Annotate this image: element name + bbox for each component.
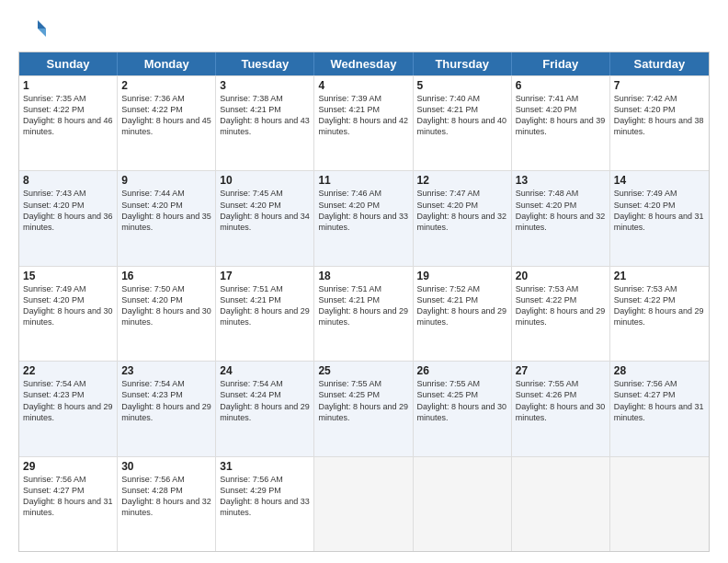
day-number: 19 bbox=[417, 270, 507, 282]
svg-marker-1 bbox=[38, 29, 46, 37]
cell-info: Sunrise: 7:56 AMSunset: 4:27 PMDaylight:… bbox=[23, 474, 113, 519]
cell-info: Sunrise: 7:47 AMSunset: 4:20 PMDaylight:… bbox=[417, 188, 507, 233]
day-number: 31 bbox=[220, 460, 310, 473]
day-number: 1 bbox=[23, 79, 113, 92]
cell-info: Sunrise: 7:41 AMSunset: 4:20 PMDaylight:… bbox=[516, 93, 606, 138]
header-day-sunday: Sunday bbox=[19, 52, 118, 75]
cell-info: Sunrise: 7:56 AMSunset: 4:29 PMDaylight:… bbox=[220, 474, 310, 519]
cell-info: Sunrise: 7:43 AMSunset: 4:20 PMDaylight:… bbox=[23, 188, 113, 233]
cell-info: Sunrise: 7:40 AMSunset: 4:21 PMDaylight:… bbox=[417, 93, 507, 138]
empty-cell bbox=[414, 457, 512, 551]
day-number: 2 bbox=[121, 79, 211, 92]
day-cell-22: 22Sunrise: 7:54 AMSunset: 4:23 PMDayligh… bbox=[19, 362, 118, 455]
day-number: 18 bbox=[318, 270, 408, 282]
header bbox=[18, 15, 710, 42]
day-cell-17: 17Sunrise: 7:51 AMSunset: 4:21 PMDayligh… bbox=[216, 267, 314, 361]
logo bbox=[18, 15, 50, 42]
day-cell-12: 12Sunrise: 7:47 AMSunset: 4:20 PMDayligh… bbox=[414, 171, 512, 265]
day-cell-4: 4Sunrise: 7:39 AMSunset: 4:21 PMDaylight… bbox=[314, 76, 413, 170]
day-number: 17 bbox=[220, 270, 310, 282]
day-number: 15 bbox=[23, 270, 113, 282]
day-number: 26 bbox=[417, 364, 507, 377]
day-cell-31: 31Sunrise: 7:56 AMSunset: 4:29 PMDayligh… bbox=[216, 457, 314, 551]
day-number: 5 bbox=[417, 79, 507, 92]
logo-icon bbox=[18, 15, 46, 42]
header-day-thursday: Thursday bbox=[414, 52, 512, 75]
day-cell-5: 5Sunrise: 7:40 AMSunset: 4:21 PMDaylight… bbox=[414, 76, 512, 170]
calendar-row-3: 15Sunrise: 7:49 AMSunset: 4:20 PMDayligh… bbox=[19, 266, 709, 361]
empty-cell bbox=[610, 457, 709, 551]
day-number: 28 bbox=[614, 364, 705, 377]
day-cell-6: 6Sunrise: 7:41 AMSunset: 4:20 PMDaylight… bbox=[512, 76, 610, 170]
day-cell-8: 8Sunrise: 7:43 AMSunset: 4:20 PMDaylight… bbox=[19, 171, 118, 265]
day-cell-29: 29Sunrise: 7:56 AMSunset: 4:27 PMDayligh… bbox=[19, 457, 118, 551]
cell-info: Sunrise: 7:44 AMSunset: 4:20 PMDaylight:… bbox=[121, 188, 211, 233]
day-cell-10: 10Sunrise: 7:45 AMSunset: 4:20 PMDayligh… bbox=[216, 171, 314, 265]
day-number: 12 bbox=[417, 174, 507, 187]
day-cell-21: 21Sunrise: 7:53 AMSunset: 4:22 PMDayligh… bbox=[610, 267, 709, 361]
day-cell-3: 3Sunrise: 7:38 AMSunset: 4:21 PMDaylight… bbox=[216, 76, 314, 170]
cell-info: Sunrise: 7:56 AMSunset: 4:27 PMDaylight:… bbox=[614, 378, 705, 423]
day-number: 21 bbox=[614, 270, 705, 282]
day-cell-30: 30Sunrise: 7:56 AMSunset: 4:28 PMDayligh… bbox=[118, 457, 216, 551]
day-number: 20 bbox=[516, 270, 606, 282]
day-number: 14 bbox=[614, 174, 705, 187]
day-cell-28: 28Sunrise: 7:56 AMSunset: 4:27 PMDayligh… bbox=[610, 362, 709, 455]
day-number: 9 bbox=[121, 174, 211, 187]
day-number: 6 bbox=[516, 79, 606, 92]
cell-info: Sunrise: 7:49 AMSunset: 4:20 PMDaylight:… bbox=[614, 188, 705, 233]
cell-info: Sunrise: 7:55 AMSunset: 4:25 PMDaylight:… bbox=[417, 378, 507, 423]
calendar-header: SundayMondayTuesdayWednesdayThursdayFrid… bbox=[19, 52, 709, 75]
empty-cell bbox=[512, 457, 610, 551]
day-cell-7: 7Sunrise: 7:42 AMSunset: 4:20 PMDaylight… bbox=[610, 76, 709, 170]
header-day-saturday: Saturday bbox=[610, 52, 709, 75]
day-cell-2: 2Sunrise: 7:36 AMSunset: 4:22 PMDaylight… bbox=[118, 76, 216, 170]
day-number: 24 bbox=[220, 364, 310, 377]
day-cell-25: 25Sunrise: 7:55 AMSunset: 4:25 PMDayligh… bbox=[314, 362, 413, 455]
cell-info: Sunrise: 7:56 AMSunset: 4:28 PMDaylight:… bbox=[121, 474, 211, 519]
header-day-tuesday: Tuesday bbox=[216, 52, 314, 75]
header-day-wednesday: Wednesday bbox=[314, 52, 413, 75]
day-number: 30 bbox=[121, 460, 211, 473]
day-cell-20: 20Sunrise: 7:53 AMSunset: 4:22 PMDayligh… bbox=[512, 267, 610, 361]
day-cell-14: 14Sunrise: 7:49 AMSunset: 4:20 PMDayligh… bbox=[610, 171, 709, 265]
day-number: 27 bbox=[516, 364, 606, 377]
day-cell-11: 11Sunrise: 7:46 AMSunset: 4:20 PMDayligh… bbox=[314, 171, 413, 265]
day-cell-23: 23Sunrise: 7:54 AMSunset: 4:23 PMDayligh… bbox=[118, 362, 216, 455]
cell-info: Sunrise: 7:51 AMSunset: 4:21 PMDaylight:… bbox=[318, 283, 408, 328]
day-number: 29 bbox=[23, 460, 113, 473]
calendar: SundayMondayTuesdayWednesdayThursdayFrid… bbox=[18, 52, 710, 552]
header-day-monday: Monday bbox=[118, 52, 216, 75]
day-number: 3 bbox=[220, 79, 310, 92]
day-number: 8 bbox=[23, 174, 113, 187]
day-number: 13 bbox=[516, 174, 606, 187]
day-number: 23 bbox=[121, 364, 211, 377]
cell-info: Sunrise: 7:51 AMSunset: 4:21 PMDaylight:… bbox=[220, 283, 310, 328]
cell-info: Sunrise: 7:49 AMSunset: 4:20 PMDaylight:… bbox=[23, 283, 113, 328]
empty-cell bbox=[314, 457, 413, 551]
cell-info: Sunrise: 7:53 AMSunset: 4:22 PMDaylight:… bbox=[614, 283, 705, 328]
day-cell-18: 18Sunrise: 7:51 AMSunset: 4:21 PMDayligh… bbox=[314, 267, 413, 361]
calendar-row-2: 8Sunrise: 7:43 AMSunset: 4:20 PMDaylight… bbox=[19, 170, 709, 265]
cell-info: Sunrise: 7:54 AMSunset: 4:23 PMDaylight:… bbox=[23, 378, 113, 423]
day-cell-9: 9Sunrise: 7:44 AMSunset: 4:20 PMDaylight… bbox=[118, 171, 216, 265]
day-cell-24: 24Sunrise: 7:54 AMSunset: 4:24 PMDayligh… bbox=[216, 362, 314, 455]
day-number: 7 bbox=[614, 79, 705, 92]
cell-info: Sunrise: 7:38 AMSunset: 4:21 PMDaylight:… bbox=[220, 93, 310, 138]
day-cell-26: 26Sunrise: 7:55 AMSunset: 4:25 PMDayligh… bbox=[414, 362, 512, 455]
day-number: 4 bbox=[318, 79, 408, 92]
cell-info: Sunrise: 7:52 AMSunset: 4:21 PMDaylight:… bbox=[417, 283, 507, 328]
cell-info: Sunrise: 7:48 AMSunset: 4:20 PMDaylight:… bbox=[516, 188, 606, 233]
day-cell-1: 1Sunrise: 7:35 AMSunset: 4:22 PMDaylight… bbox=[19, 76, 118, 170]
cell-info: Sunrise: 7:45 AMSunset: 4:20 PMDaylight:… bbox=[220, 188, 310, 233]
header-day-friday: Friday bbox=[512, 52, 610, 75]
cell-info: Sunrise: 7:55 AMSunset: 4:25 PMDaylight:… bbox=[318, 378, 408, 423]
cell-info: Sunrise: 7:42 AMSunset: 4:20 PMDaylight:… bbox=[614, 93, 705, 138]
cell-info: Sunrise: 7:53 AMSunset: 4:22 PMDaylight:… bbox=[516, 283, 606, 328]
day-cell-19: 19Sunrise: 7:52 AMSunset: 4:21 PMDayligh… bbox=[414, 267, 512, 361]
day-number: 22 bbox=[23, 364, 113, 377]
cell-info: Sunrise: 7:35 AMSunset: 4:22 PMDaylight:… bbox=[23, 93, 113, 138]
day-number: 11 bbox=[318, 174, 408, 187]
day-cell-13: 13Sunrise: 7:48 AMSunset: 4:20 PMDayligh… bbox=[512, 171, 610, 265]
cell-info: Sunrise: 7:50 AMSunset: 4:20 PMDaylight:… bbox=[121, 283, 211, 328]
